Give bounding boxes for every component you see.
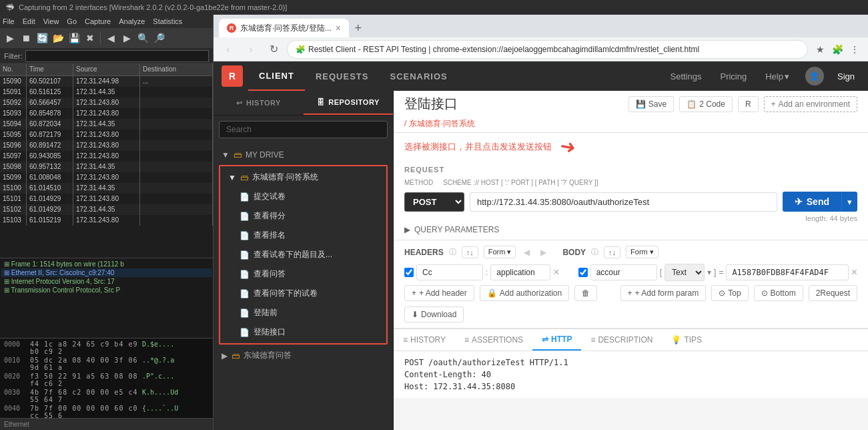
toolbar-close[interactable]: ✖ <box>83 31 97 45</box>
sidebar-item-chakanwandaxiatijuan[interactable]: 📄 查看问答下的试卷 <box>220 284 386 303</box>
folder-dongchengewenda-header[interactable]: ▶ 🗃 东城德育问答 <box>213 346 393 365</box>
menu-icon[interactable]: ⋮ <box>847 41 863 57</box>
sidebar-item-denglujiekou[interactable]: 📄 登陆接口 <box>220 322 386 342</box>
headers-form-dropdown[interactable]: Form ▾ <box>484 246 516 258</box>
signin-btn[interactable]: Sign <box>832 71 860 81</box>
table-row[interactable]: 1509860.957132172.31.44.35 <box>0 162 213 172</box>
menu-capture[interactable]: Capture <box>85 17 111 25</box>
table-row[interactable]: 1510361.015219172.31.243.80 <box>0 215 213 226</box>
toolbar-open[interactable]: 📂 <box>51 31 65 45</box>
nav-scenarios[interactable]: SCENARIOS <box>379 61 458 91</box>
nav-back-btn[interactable]: ‹ <box>219 40 238 59</box>
table-row[interactable]: 1509760.943085172.31.243.80 <box>0 151 213 162</box>
save-button[interactable]: 💾 Save <box>628 96 674 112</box>
send-dropdown-btn[interactable]: ▾ <box>841 192 857 212</box>
nav-settings[interactable]: Settings <box>662 61 709 91</box>
table-row[interactable]: 1509260.566457172.31.243.80 <box>0 97 213 108</box>
table-row[interactable]: 1510061.014510172.31.44.35 <box>0 183 213 194</box>
url-input[interactable] <box>470 192 777 212</box>
sidebar-item-dengluqian[interactable]: 📄 登陆前 <box>220 303 386 322</box>
new-tab-btn[interactable]: + <box>349 19 368 37</box>
sidebar-item-chakanwenda[interactable]: 📄 查看问答 <box>220 264 386 284</box>
query-params-toggle[interactable]: ▶ QUERY PARAMETERS <box>404 225 857 234</box>
tab-history-response[interactable]: ≡ HISTORY <box>394 329 455 351</box>
menu-go[interactable]: Go <box>67 17 77 25</box>
menu-file[interactable]: File <box>3 17 15 25</box>
add-form-param-btn[interactable]: + + Add form param <box>620 285 707 301</box>
tab-assertions[interactable]: ≡ ASSERTIONS <box>455 329 532 351</box>
my-drive-header[interactable]: ▼ 🗃 MY DRIVE <box>213 146 393 164</box>
tab-repository[interactable]: 🗄 REPOSITORY <box>304 91 394 115</box>
toolbar-forward[interactable]: ▶ <box>119 31 134 45</box>
add-auth-btn[interactable]: 🔒 Add authorization <box>480 285 569 301</box>
chrome-tab-active[interactable]: R 东城德育·问答系统/登陆... × <box>219 19 349 37</box>
sidebar-item-chakandefen[interactable]: 📄 查看得分 <box>220 206 386 226</box>
menu-statistics[interactable]: Statistics <box>153 17 182 25</box>
table-row[interactable]: 1509160.516125172.31.44.35 <box>0 87 213 97</box>
body-key-input[interactable] <box>590 264 657 280</box>
table-row[interactable]: 1509961.008048172.31.243.80 <box>0 172 213 183</box>
header-key-input[interactable] <box>416 264 483 280</box>
toolbar-save[interactable]: 💾 <box>67 31 81 45</box>
table-row[interactable]: 1510261.014929172.31.44.35 <box>0 204 213 215</box>
table-row[interactable]: 1509060.502107172.31.244.98... <box>0 76 213 87</box>
toolbar-zoom-in[interactable]: 🔍 <box>135 31 150 45</box>
toolbar-back[interactable]: ◀ <box>103 31 118 45</box>
toolbar-stop[interactable]: ⏹ <box>19 31 33 45</box>
sidebar-item-chakanpaiming[interactable]: 📄 查看排名 <box>220 226 386 245</box>
filter-input[interactable] <box>25 50 209 62</box>
nav-forward-btn[interactable]: › <box>242 40 260 59</box>
menu-analyze[interactable]: Analyze <box>119 17 145 25</box>
body-form-dropdown[interactable]: Form ▾ <box>626 246 659 258</box>
toolbar-start[interactable]: ▶ <box>3 31 17 45</box>
header-value-input[interactable] <box>490 264 550 280</box>
table-row[interactable]: 1509460.872034172.31.44.35 <box>0 119 213 130</box>
tab-tips[interactable]: 💡 TIPS <box>662 329 711 351</box>
nav-reload-btn[interactable]: ↻ <box>264 40 283 59</box>
nav-client[interactable]: CLIENT <box>248 61 305 91</box>
header-remove-btn[interactable]: × <box>553 266 559 278</box>
tab-http[interactable]: ⇌ HTTP <box>532 329 581 351</box>
method-select[interactable]: POST GET PUT DELETE <box>404 192 464 212</box>
toolbar-restart[interactable]: 🔄 <box>35 31 49 45</box>
body-remove-btn[interactable]: × <box>851 266 857 278</box>
to-request-btn[interactable]: 2Request <box>809 285 857 301</box>
code-button[interactable]: 📋 2 Code <box>679 96 733 112</box>
body-param-checkbox[interactable] <box>578 268 588 277</box>
tab-history[interactable]: ↩ HISTORY <box>213 91 304 115</box>
menu-edit[interactable]: Edit <box>23 17 35 25</box>
bottom-btn[interactable]: ⊙ Bottom <box>754 285 803 301</box>
header-param-checkbox[interactable] <box>404 268 414 277</box>
detail-ip[interactable]: ⊞ Internet Protocol Version 4, Src: 17 <box>1 277 211 286</box>
table-row[interactable]: 1510161.014929172.31.243.80 <box>0 194 213 204</box>
menu-view[interactable]: View <box>43 17 59 25</box>
tab-close-btn[interactable]: × <box>336 23 341 33</box>
body-type-select[interactable]: Text File <box>665 264 705 281</box>
tab-description[interactable]: ≡ DESCRIPTION <box>581 329 662 351</box>
top-btn[interactable]: ⊙ Top <box>711 285 748 301</box>
folder-dongcheng-header[interactable]: ▼ 🗃 东城德育·问答系统 <box>220 168 386 187</box>
table-row[interactable]: 1509660.891472172.31.243.80 <box>0 140 213 151</box>
body-value-input[interactable] <box>726 264 848 280</box>
nav-requests[interactable]: REQUESTS <box>305 61 380 91</box>
add-env-button[interactable]: + Add an environment <box>764 96 857 112</box>
url-bar[interactable]: 🧩 Restlet Client - REST API Testing | ch… <box>287 40 808 59</box>
toolbar-zoom-out[interactable]: 🔎 <box>151 31 166 45</box>
r-button[interactable]: R <box>738 96 759 112</box>
detail-frame[interactable]: ⊞ Frame 1: 1514 bytes on wire (12112 b <box>1 260 211 268</box>
bookmark-icon[interactable]: ★ <box>812 41 828 57</box>
headers-sort-btn[interactable]: ↑↓ <box>462 246 478 258</box>
user-avatar[interactable]: 👤 <box>805 67 824 85</box>
add-header-btn[interactable]: + + Add header <box>404 285 474 301</box>
body-sort-btn[interactable]: ↑↓ <box>604 246 620 258</box>
send-button[interactable]: ✈ Send <box>783 192 841 212</box>
sidebar-item-tijiao[interactable]: 📄 提交试卷 <box>220 187 386 206</box>
nav-help[interactable]: Help ▾ <box>757 61 797 91</box>
trash-btn[interactable]: 🗑 <box>574 285 597 301</box>
table-row[interactable]: 1509560.872179172.31.243.80 <box>0 130 213 140</box>
download-btn[interactable]: ⬇ Download <box>404 306 464 322</box>
sidebar-search-input[interactable] <box>219 121 388 138</box>
extension-icon[interactable]: 🧩 <box>829 41 845 57</box>
nav-pricing[interactable]: Pricing <box>712 61 755 91</box>
detail-ethernet[interactable]: ⊞ Ethernet II, Src: CiscoInc_c9:27:40 <box>1 268 211 277</box>
